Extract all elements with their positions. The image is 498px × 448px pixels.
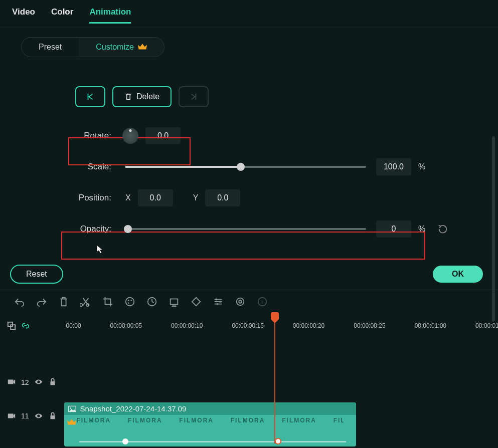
segment-customize-label: Customize xyxy=(96,43,134,52)
svg-rect-18 xyxy=(50,415,55,419)
time-ruler[interactable]: 00:00 00:00:00:05 00:00:00:10 00:00:00:1… xyxy=(64,313,498,338)
svg-rect-5 xyxy=(171,299,178,305)
crop-icon[interactable] xyxy=(102,296,113,307)
tab-color[interactable]: Color xyxy=(51,7,73,24)
crown-icon xyxy=(67,418,76,426)
playhead[interactable] xyxy=(274,313,275,443)
svg-rect-16 xyxy=(50,381,55,385)
clip-header: Snapshot_2022-07-24-14.37.09 xyxy=(64,402,356,415)
trash-icon xyxy=(124,93,132,101)
track-gutter: 12 11 xyxy=(0,313,64,446)
svg-point-10 xyxy=(239,300,242,303)
scale-slider[interactable] xyxy=(125,166,366,168)
timeline: 12 11 00:00 00:00:00:05 00:00:00:10 00:0… xyxy=(0,313,498,446)
position-y-input[interactable]: 0.0 xyxy=(205,189,240,206)
opacity-reset-icon[interactable] xyxy=(437,223,448,235)
clip-keyframe[interactable] xyxy=(122,438,128,444)
opacity-highlight xyxy=(61,232,425,260)
svg-point-0 xyxy=(126,298,134,306)
ruler-tick: 00:00:00:10 xyxy=(171,322,203,329)
position-row: Position: X 0.0 Y 0.0 xyxy=(15,189,483,206)
cursor-icon xyxy=(96,245,104,255)
video-track-icon xyxy=(7,377,16,386)
scale-unit: % xyxy=(418,162,425,171)
delete-keyframe-button[interactable]: Delete xyxy=(112,86,172,107)
rotate-dial[interactable] xyxy=(122,128,138,144)
next-keyframe-button xyxy=(179,86,209,107)
redo-icon[interactable] xyxy=(36,296,47,307)
svg-rect-15 xyxy=(8,380,14,384)
eye-icon[interactable] xyxy=(34,377,43,386)
ruler-tick: 00:00:00:05 xyxy=(110,322,142,329)
prev-keyframe-button[interactable] xyxy=(75,86,105,107)
green-screen-icon[interactable] xyxy=(169,296,180,307)
watermark: FILMORA xyxy=(76,417,111,424)
ruler-tick: 00:00:01:05 xyxy=(475,322,498,329)
lock-icon[interactable] xyxy=(48,411,57,420)
position-x-label: X xyxy=(125,193,131,202)
svg-point-7 xyxy=(219,301,221,303)
ok-button[interactable]: OK xyxy=(433,266,483,283)
timeline-clip[interactable]: Snapshot_2022-07-24-14.37.09 FILMORA FIL… xyxy=(64,402,356,446)
mask-icon[interactable] xyxy=(191,296,202,307)
clip-name: Snapshot_2022-07-24-14.37.09 xyxy=(80,404,187,413)
svg-point-8 xyxy=(216,303,218,305)
svg-point-3 xyxy=(128,302,129,304)
clip-keyframe-track[interactable] xyxy=(79,441,350,442)
lock-icon[interactable] xyxy=(48,377,57,386)
watermark: FILMORA xyxy=(231,417,265,424)
keyframe-button-row: Delete xyxy=(75,86,483,107)
ruler-tick: 00:00:00:20 xyxy=(293,322,324,329)
timeline-tracks[interactable]: 00:00 00:00:00:05 00:00:00:10 00:00:00:1… xyxy=(64,313,498,446)
svg-rect-13 xyxy=(8,322,13,327)
trash-icon[interactable] xyxy=(58,296,69,307)
svg-rect-17 xyxy=(8,414,14,418)
segment-preset[interactable]: Preset xyxy=(22,38,79,57)
delete-label: Delete xyxy=(136,92,159,101)
link-icon[interactable] xyxy=(21,321,30,330)
svg-text:T: T xyxy=(261,300,264,305)
ruler-tick: 00:00:01:00 xyxy=(415,322,446,329)
svg-point-6 xyxy=(216,299,218,301)
opacity-slider[interactable] xyxy=(125,228,366,230)
ruler-tick: 00:00:00:15 xyxy=(232,322,263,329)
text-icon[interactable]: T xyxy=(257,296,268,307)
tab-animation[interactable]: Animation xyxy=(89,7,131,24)
clip-motion-arrow xyxy=(346,439,351,444)
clip-watermark-row: FILMORA FILMORA FILMORA FILMORA FILMORA … xyxy=(64,415,356,426)
svg-point-2 xyxy=(130,300,132,301)
segment-customize[interactable]: Customize xyxy=(79,38,164,57)
panel-scrollbar[interactable] xyxy=(492,136,495,322)
svg-point-9 xyxy=(237,298,244,306)
undo-icon[interactable] xyxy=(14,296,25,307)
watermark: FILMORA xyxy=(282,417,316,424)
crown-icon xyxy=(138,43,147,51)
track-lane-1[interactable] xyxy=(64,338,498,393)
track-number-1: 12 xyxy=(21,378,29,386)
ruler-tick: 00:00:00:25 xyxy=(354,322,385,329)
track-head-2: 11 xyxy=(0,393,64,438)
svg-point-20 xyxy=(70,407,71,408)
opacity-slider-thumb[interactable] xyxy=(124,225,132,233)
panel-footer: Reset OK xyxy=(0,263,498,290)
scissors-icon[interactable] xyxy=(80,296,91,307)
clip-keyframe-active[interactable] xyxy=(275,438,281,444)
animation-properties-panel: Delete Rotate: 0.0 Scale: 100.0 % Positi… xyxy=(0,66,498,263)
animation-mode-row: Preset Customize xyxy=(0,28,498,66)
position-x-input[interactable]: 0.0 xyxy=(138,189,173,206)
tab-video[interactable]: Video xyxy=(12,7,35,24)
position-y-label: Y xyxy=(193,193,199,202)
watermark: FILMORA xyxy=(128,417,162,424)
color-palette-icon[interactable] xyxy=(124,296,135,307)
speed-icon[interactable] xyxy=(146,296,157,307)
adjust-icon[interactable] xyxy=(213,296,224,307)
scale-value-input[interactable]: 100.0 xyxy=(376,158,411,175)
reset-button[interactable]: Reset xyxy=(10,265,63,284)
eye-icon[interactable] xyxy=(34,411,43,420)
group-icon[interactable] xyxy=(7,321,16,330)
motion-tracking-icon[interactable] xyxy=(235,296,246,307)
scale-slider-thumb[interactable] xyxy=(237,163,245,171)
svg-point-1 xyxy=(128,300,129,301)
video-track-icon xyxy=(7,411,16,420)
position-label: Position: xyxy=(70,193,115,203)
